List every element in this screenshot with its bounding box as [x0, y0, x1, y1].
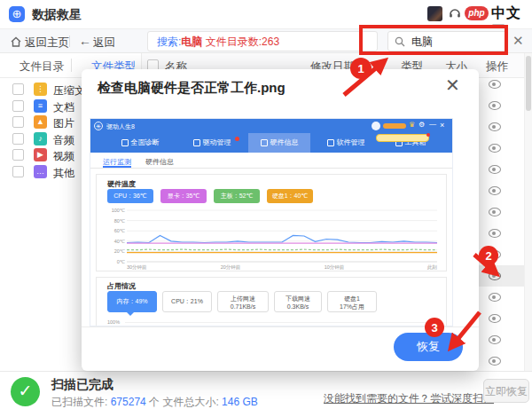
subtab-underline [103, 166, 131, 168]
usage-axis-label: 100% [107, 319, 120, 325]
deep-scan-link[interactable]: 没能找到需要的文件？尝试深度扫描 [324, 391, 494, 406]
tab-file-directory[interactable]: 文件目录 [20, 59, 64, 75]
temperature-title: 硬件温度 [107, 179, 136, 189]
preview-eye-icon[interactable] [489, 357, 501, 366]
svg-text:60℃: 60℃ [114, 228, 125, 233]
headset-icon [448, 6, 462, 20]
file-type-label: 其他 [53, 166, 74, 181]
file-type-checkbox[interactable] [12, 149, 24, 161]
usage-chip: 下载网速0.3KB/s [274, 291, 322, 312]
preview-eye-icon[interactable] [489, 335, 501, 344]
file-type-checkbox[interactable] [12, 133, 24, 145]
preview-eye-icon[interactable] [489, 271, 501, 280]
usage-panel: 占用情况 内存：49%CPU：21%上传网速0.71KB/s下载网速0.3KB/… [96, 277, 447, 326]
scan-status: 扫描已完成 [51, 377, 113, 393]
file-type-checkbox[interactable] [12, 116, 24, 128]
clear-search-icon[interactable]: ✕ [512, 33, 524, 49]
recover-button[interactable]: 恢复 [394, 333, 463, 361]
app-title: 数据救星 [32, 7, 82, 23]
file-type-icon: … [34, 165, 47, 178]
preview-eye-icon[interactable] [489, 229, 501, 238]
preview-eye-icon[interactable] [489, 101, 501, 110]
file-type-checkbox[interactable] [12, 100, 24, 112]
col-action[interactable]: 操作 [486, 59, 508, 75]
back-button[interactable]: 返回 [93, 35, 115, 51]
dir-count: 263 [262, 35, 279, 48]
preview-tab-label: 驱动管理 [203, 138, 231, 146]
scanned-count: 675274 [111, 396, 146, 408]
svg-text:10分钟前: 10分钟前 [325, 264, 345, 270]
subtab-hardware-info: 硬件信息 [145, 157, 174, 167]
svg-text:30分钟前: 30分钟前 [127, 264, 147, 270]
usage-chip: 内存：49% [107, 291, 157, 312]
notification-dot [235, 137, 239, 141]
svg-text:80℃: 80℃ [114, 218, 125, 224]
preview-eye-icon[interactable] [489, 314, 501, 323]
preview-file-name: 检查电脑硬件是否正常工作.png [98, 80, 286, 97]
file-type-label: 文档 [53, 100, 74, 115]
active-chip-pointer [127, 312, 134, 316]
search-summary: 搜索:电脑 文件目录数:263 [147, 31, 378, 51]
file-type-checkbox[interactable] [12, 83, 24, 95]
scrollbar-thumb[interactable] [526, 56, 531, 111]
dir-count-label: 文件目录数: [206, 35, 262, 48]
preview-eye-icon[interactable] [489, 165, 501, 174]
title-bar: ⊕ 数据救星 php 中文网 [0, 0, 532, 28]
temp-chip: 主板：52℃ [214, 189, 260, 203]
search-box[interactable] [387, 31, 508, 51]
preview-eye-icon[interactable] [489, 122, 501, 131]
usage-chip: 上传网速0.71KB/s [217, 291, 269, 312]
preview-tab-icon [327, 139, 334, 146]
preview-tab-icon [261, 139, 268, 146]
file-type-label: 音频 [53, 133, 74, 148]
scan-summary: 已扫描文件: 675274 个 文件总大小: 146 GB [51, 395, 258, 409]
back-home-button[interactable]: 返回主页 [25, 35, 69, 51]
preview-subtabs: 运行监测 硬件信息 [90, 153, 453, 169]
modal-close-icon[interactable]: ✕ [445, 75, 460, 96]
app-logo-icon: ⊕ [9, 6, 25, 22]
chart-line-主板 [127, 249, 437, 250]
scanned-unit: 个 [149, 396, 160, 408]
usage-chip: 硬盘117%占用 [327, 291, 377, 312]
search-input[interactable] [410, 33, 502, 51]
size-label: 文件总大小: [162, 396, 218, 408]
preview-app-logo-icon: ✳ [94, 122, 103, 130]
total-size: 146 GB [222, 396, 258, 408]
file-type-label: 图片 [53, 116, 74, 131]
usage-title: 占用情况 [107, 281, 136, 291]
scrollbar[interactable] [524, 53, 532, 371]
toolbar: 返回主页 ← 返回 搜索:电脑 文件目录数:263 ✕ [0, 28, 532, 53]
file-type-icon: ▲ [34, 115, 47, 129]
temperature-chart: 100℃80℃60℃40℃20℃0℃30分钟前20分钟前10分钟前此刻 [104, 207, 441, 271]
preview-eye-icon[interactable] [489, 250, 501, 259]
preview-eye-icon[interactable] [489, 293, 501, 302]
temp-chip: CPU：36℃ [107, 189, 153, 203]
preview-close-icon: × [440, 121, 444, 130]
back-arrow-icon[interactable]: ← [79, 34, 91, 48]
temp-chip: 硬盘1：40℃ [267, 189, 313, 203]
preview-tab-3: 硬件信息 [248, 133, 310, 153]
preview-eye-icon[interactable] [489, 186, 501, 195]
preview-tab-icon [193, 139, 200, 146]
preview-window-titlebar: ✳ 驱动人生8 ♛ ⚙ — × [90, 119, 453, 133]
preview-eye-icon[interactable] [489, 144, 501, 153]
preview-eye-icon[interactable] [489, 80, 501, 89]
usage-gridline [125, 322, 441, 323]
watermark-avatar [427, 6, 442, 21]
svg-text:20℃: 20℃ [114, 248, 125, 254]
preview-user-avatar [372, 122, 380, 130]
preview-username [383, 123, 406, 129]
toolbar-divider [69, 35, 70, 47]
preview-tab-1: 全面诊断 [108, 133, 172, 153]
scan-complete-icon: ✓ [11, 377, 40, 406]
svg-text:此刻: 此刻 [427, 264, 437, 270]
app-window: ⊕ 数据救星 php 中文网 返回主页 ← 返回 搜索:电脑 文件目录数:263 [0, 0, 532, 409]
search-label: 搜索: [157, 35, 181, 48]
file-type-checkbox[interactable] [12, 166, 24, 177]
preview-eye-icon[interactable] [489, 208, 501, 216]
preview-minimize-icon: — [429, 120, 436, 128]
recover-now-button[interactable]: 立即恢复 [483, 379, 529, 403]
file-preview-image: ✳ 驱动人生8 ♛ ⚙ — × 全面诊断驱动管理硬件信息软件管理工具箱 运行监测… [90, 118, 453, 326]
home-icon [10, 35, 22, 48]
modal-footer-divider [82, 326, 479, 327]
